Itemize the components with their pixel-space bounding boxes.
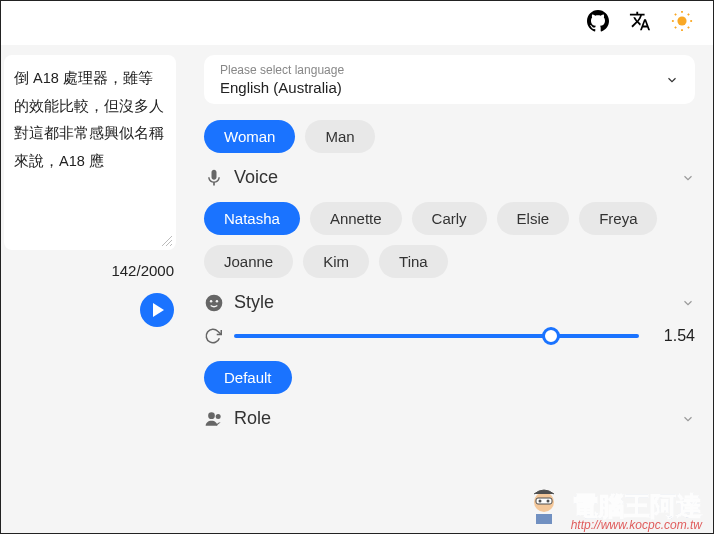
language-label: Please select language	[220, 63, 344, 77]
role-title: Role	[234, 408, 671, 429]
chevron-down-icon	[681, 412, 695, 426]
voice-joanne-button[interactable]: Joanne	[204, 245, 293, 278]
translate-icon[interactable]	[629, 10, 651, 36]
style-title: Style	[234, 292, 671, 313]
char-counter: 142/2000	[111, 262, 174, 279]
slider-value: 1.54	[651, 327, 695, 345]
reset-icon[interactable]	[204, 327, 222, 345]
svg-line-8	[688, 14, 689, 15]
sun-icon[interactable]	[671, 10, 693, 36]
language-select[interactable]: Please select language English (Australi…	[204, 55, 695, 104]
chevron-down-icon	[665, 73, 679, 87]
voice-title: Voice	[234, 167, 671, 188]
microphone-icon	[204, 168, 224, 188]
svg-point-14	[216, 414, 221, 419]
gender-row: Woman Man	[204, 120, 695, 153]
svg-line-3	[675, 14, 676, 15]
voice-kim-button[interactable]: Kim	[303, 245, 369, 278]
github-icon[interactable]	[587, 10, 609, 36]
chevron-down-icon	[681, 171, 695, 185]
voice-section-header[interactable]: Voice	[204, 167, 695, 188]
resize-handle-icon[interactable]	[161, 235, 173, 247]
style-default-button[interactable]: Default	[204, 361, 292, 394]
voice-tina-button[interactable]: Tina	[379, 245, 448, 278]
voice-elsie-button[interactable]: Elsie	[497, 202, 570, 235]
voice-freya-button[interactable]: Freya	[579, 202, 657, 235]
voice-carly-button[interactable]: Carly	[412, 202, 487, 235]
svg-point-10	[206, 294, 223, 311]
svg-point-13	[208, 412, 215, 419]
voice-natasha-button[interactable]: Natasha	[204, 202, 300, 235]
svg-line-4	[688, 27, 689, 28]
svg-line-7	[675, 27, 676, 28]
text-input[interactable]: 倒 A18 處理器，雖等的效能比較，但沒多人對這都非常感興似名稱來說，A18 應	[4, 55, 176, 250]
style-section-header[interactable]: Style	[204, 292, 695, 313]
chevron-down-icon	[681, 296, 695, 310]
voice-row: Natasha Annette Carly Elsie Freya Joanne…	[204, 202, 695, 278]
voice-annette-button[interactable]: Annette	[310, 202, 402, 235]
slider-thumb[interactable]	[542, 327, 560, 345]
smiley-icon	[204, 293, 224, 313]
language-value: English (Australia)	[220, 79, 344, 96]
svg-point-12	[216, 300, 219, 303]
svg-point-11	[210, 300, 213, 303]
play-button[interactable]	[140, 293, 174, 327]
style-slider[interactable]	[234, 334, 639, 338]
gender-woman-button[interactable]: Woman	[204, 120, 295, 153]
gender-man-button[interactable]: Man	[305, 120, 374, 153]
svg-point-0	[677, 16, 686, 25]
role-section-header[interactable]: Role	[204, 408, 695, 429]
people-icon	[204, 409, 224, 429]
